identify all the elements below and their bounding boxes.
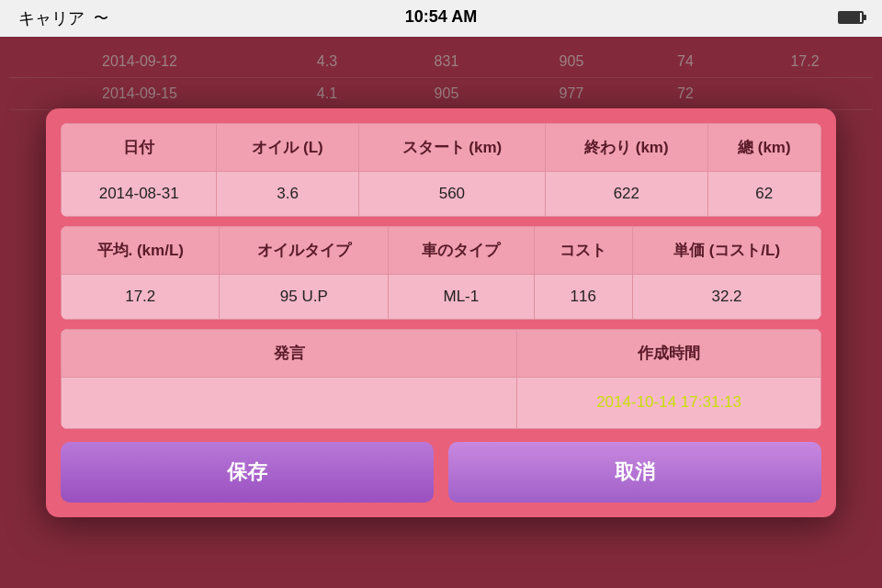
col-header: コスト [534, 226, 633, 274]
section-row2: 平均. (km/L)オイルタイプ車のタイプコスト単価 (コスト/L) 17.29… [61, 226, 821, 320]
status-bar: キャリア 〜 10:54 AM [0, 0, 882, 37]
modal-dialog: 日付オイル (L)スタート (km)終わり (km)總 (km) 2014-08… [46, 108, 836, 517]
table-cell: 17.2 [62, 274, 220, 319]
col-header: 總 (km) [707, 123, 820, 171]
table-cell: 32.2 [633, 274, 821, 319]
comment-header: 発言 [62, 329, 517, 377]
status-time: 10:54 AM [405, 7, 477, 27]
table-cell: 622 [546, 171, 708, 216]
carrier-label: キャリア [18, 7, 85, 29]
table-row2: 平均. (km/L)オイルタイプ車のタイプコスト単価 (コスト/L) 17.29… [61, 226, 821, 320]
table-cell: 95 U.P [220, 274, 389, 319]
button-row: 保存 取消 [61, 442, 821, 503]
timestamp-value: 2014-10-14 17:31:13 [517, 377, 821, 428]
table-cell: ML-1 [389, 274, 534, 319]
col-header: 単価 (コスト/L) [633, 226, 821, 274]
col-header: オイルタイプ [220, 226, 389, 274]
col-header: スタート (km) [358, 123, 545, 171]
wifi-icon: 〜 [94, 9, 108, 28]
status-left: キャリア 〜 [18, 7, 108, 29]
table-row1: 日付オイル (L)スタート (km)終わり (km)總 (km) 2014-08… [61, 123, 821, 217]
col-header: 車のタイプ [389, 226, 534, 274]
modal-overlay: 日付オイル (L)スタート (km)終わり (km)總 (km) 2014-08… [0, 37, 882, 588]
table-cell: 116 [534, 274, 633, 319]
table-cell: 62 [707, 171, 820, 216]
table-cell: 560 [358, 171, 545, 216]
section-comment: 発言 作成時間 2014-10-14 17:31:13 [61, 329, 821, 429]
col-header: オイル (L) [217, 123, 358, 171]
save-button[interactable]: 保存 [61, 442, 434, 503]
table-comment: 発言 作成時間 2014-10-14 17:31:13 [61, 329, 821, 429]
col-header: 平均. (km/L) [62, 226, 220, 274]
timestamp-header: 作成時間 [517, 329, 821, 377]
col-header: 終わり (km) [546, 123, 708, 171]
table-cell: 2014-08-31 [62, 171, 217, 216]
section-row1: 日付オイル (L)スタート (km)終わり (km)總 (km) 2014-08… [61, 123, 821, 217]
col-header: 日付 [62, 123, 217, 171]
battery-indicator [838, 9, 864, 28]
cancel-button[interactable]: 取消 [448, 442, 821, 503]
comment-value [62, 377, 517, 428]
table-cell: 3.6 [217, 171, 358, 216]
